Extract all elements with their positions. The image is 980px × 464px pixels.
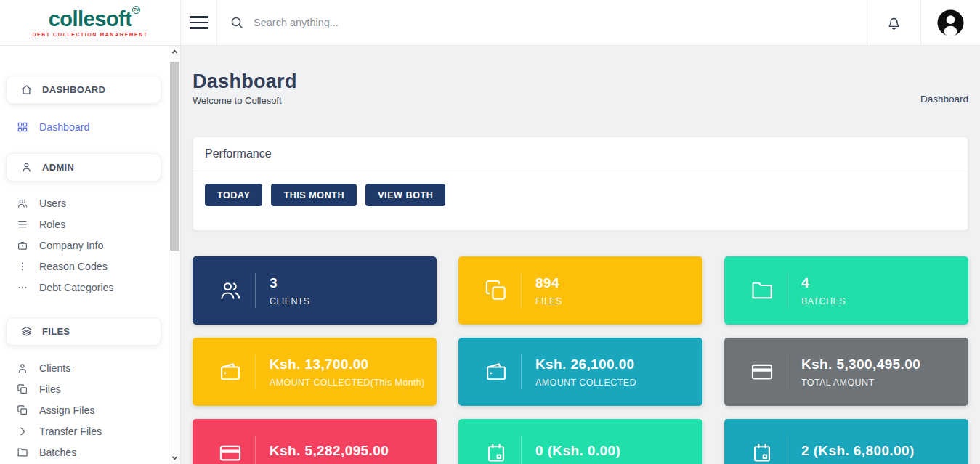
- notifications-button[interactable]: [867, 0, 920, 45]
- sidebar-item-label: Company Info: [39, 240, 103, 251]
- sidebar-item-company-info[interactable]: Company Info: [0, 235, 169, 256]
- performance-card: Performance TODAY THIS MONTH VIEW BOTH: [193, 137, 968, 231]
- search-input[interactable]: [254, 17, 559, 28]
- app-logo[interactable]: collesoft TM DEBT COLLECTION MANAGEMENT: [0, 0, 181, 45]
- menu-icon: [17, 219, 28, 230]
- sidebar-item-label: Users: [39, 198, 66, 209]
- divider: [787, 436, 787, 464]
- credit-card-icon: [218, 441, 243, 464]
- credit-card-icon: [750, 359, 774, 384]
- scroll-up-icon[interactable]: [169, 46, 180, 58]
- sidebar-item-transfer-files[interactable]: Transfer Files: [0, 420, 169, 441]
- sidebar-item-users[interactable]: Users: [0, 192, 169, 213]
- sidebar-item-files[interactable]: Files: [0, 378, 169, 399]
- sidebar-item-label: Reason Codes: [39, 261, 108, 272]
- divider: [787, 354, 787, 389]
- wallet-icon: [484, 359, 509, 384]
- sidebar-item-label: Files: [39, 383, 61, 395]
- folder-icon: [750, 278, 774, 303]
- search-icon: [230, 15, 244, 30]
- sidebar-scrollbar[interactable]: [169, 46, 180, 464]
- layers-icon: [20, 325, 33, 338]
- stat-value: Ksh. 26,100.00: [535, 357, 636, 373]
- stat-label: CLIENTS: [270, 296, 310, 306]
- stat-cards-grid: 3CLIENTS894FILES4BATCHESKsh. 13,700.00AM…: [193, 256, 968, 464]
- sidebar-item-label: Assign Files: [39, 404, 94, 416]
- stat-value: 4: [801, 275, 846, 291]
- pages-icon: [484, 278, 509, 303]
- divider: [255, 354, 256, 389]
- section-label: ADMIN: [42, 162, 74, 173]
- stat-card-1: 894FILES: [458, 256, 702, 325]
- today-button[interactable]: TODAY: [205, 184, 262, 206]
- section-items: Dashboard: [0, 116, 169, 137]
- stat-value: 894: [535, 275, 562, 291]
- trademark-badge: TM: [132, 6, 140, 14]
- users-icon: [17, 198, 28, 209]
- scrollbar-thumb[interactable]: [170, 62, 179, 251]
- stat-value: 0 (Ksh. 0.00): [535, 443, 620, 459]
- divider: [521, 273, 522, 308]
- section-items: UsersRolesCompany InfoReason CodesDebt C…: [0, 192, 169, 298]
- sidebar-item-label: Clients: [39, 362, 70, 374]
- section-header-dashboard[interactable]: DASHBOARD: [6, 76, 161, 104]
- sidebar-item-dashboard[interactable]: Dashboard: [0, 116, 169, 137]
- divider: [521, 354, 522, 389]
- page-subtitle: Welcome to Collesoft: [193, 95, 968, 106]
- scroll-down-icon[interactable]: [169, 452, 180, 464]
- sidebar-item-label: Dashboard: [39, 121, 89, 133]
- sidebar-item-label: Debt Categories: [39, 282, 114, 293]
- sidebar-item-batches[interactable]: Batches: [0, 441, 169, 463]
- divider: [787, 273, 787, 308]
- pages-icon: [17, 404, 28, 416]
- user-avatar[interactable]: [920, 0, 980, 45]
- section-header-admin[interactable]: ADMIN: [6, 153, 161, 182]
- divider: [521, 436, 522, 464]
- calendar-icon: [750, 441, 774, 464]
- home-icon: [20, 84, 33, 96]
- stat-card-8: 2 (Ksh. 6,800.00): [724, 419, 968, 464]
- stat-label: BATCHES: [801, 296, 846, 306]
- stat-card-4: Ksh. 26,100.00AMOUNT COLLECTED: [458, 338, 702, 406]
- hamburger-menu-icon[interactable]: [181, 0, 217, 45]
- section-items: ClientsFilesAssign FilesTransfer FilesBa…: [0, 357, 169, 463]
- page-title: Dashboard: [193, 70, 968, 93]
- stat-value: Ksh. 5,300,495.00: [801, 357, 920, 373]
- stat-value: Ksh. 13,700.00: [270, 357, 425, 373]
- section-label: FILES: [42, 326, 70, 337]
- sidebar-item-reason-codes[interactable]: Reason Codes: [0, 256, 169, 277]
- this-month-button[interactable]: THIS MONTH: [271, 184, 357, 206]
- wallet-icon: [218, 359, 243, 384]
- avatar-icon: [937, 9, 964, 36]
- sidebar-item-label: Transfer Files: [39, 426, 102, 437]
- section-header-files[interactable]: FILES: [6, 317, 161, 346]
- divider: [255, 273, 256, 308]
- user-icon: [20, 161, 33, 174]
- user-icon: [17, 362, 28, 374]
- stat-card-3: Ksh. 13,700.00AMOUNT COLLECTED(This Mont…: [193, 338, 437, 406]
- main-content: Dashboard Welcome to Collesoft Dashboard…: [181, 46, 980, 464]
- sidebar-item-label: Batches: [39, 447, 76, 458]
- performance-buttons: TODAY THIS MONTH VIEW BOTH: [193, 171, 968, 230]
- bell-icon: [886, 15, 902, 31]
- sidebar-item-debt-categories[interactable]: Debt Categories: [0, 277, 169, 298]
- stat-label: AMOUNT COLLECTED: [535, 378, 636, 388]
- stat-label: FILES: [535, 296, 562, 306]
- sidebar-item-roles[interactable]: Roles: [0, 213, 169, 235]
- page-header: Dashboard Welcome to Collesoft Dashboard: [193, 70, 968, 109]
- stat-card-7: 0 (Ksh. 0.00): [458, 419, 702, 464]
- performance-title: Performance: [193, 137, 968, 171]
- breadcrumb: Dashboard: [920, 94, 968, 105]
- briefcase-icon: [17, 240, 28, 251]
- search-bar: [217, 0, 867, 45]
- stat-label: AMOUNT COLLECTED(This Month): [270, 378, 425, 388]
- stat-value: 2 (Ksh. 6,800.00): [801, 443, 915, 459]
- dots-h-icon: [17, 282, 28, 293]
- view-both-button[interactable]: VIEW BOTH: [365, 184, 445, 206]
- stat-card-5: Ksh. 5,300,495.00TOTAL AMOUNT: [724, 338, 968, 406]
- stat-card-2: 4BATCHES: [724, 256, 968, 325]
- sidebar-item-assign-files[interactable]: Assign Files: [0, 399, 169, 420]
- users-icon: [218, 278, 243, 303]
- sidebar-item-clients[interactable]: Clients: [0, 357, 169, 378]
- stat-value: 3: [270, 275, 310, 291]
